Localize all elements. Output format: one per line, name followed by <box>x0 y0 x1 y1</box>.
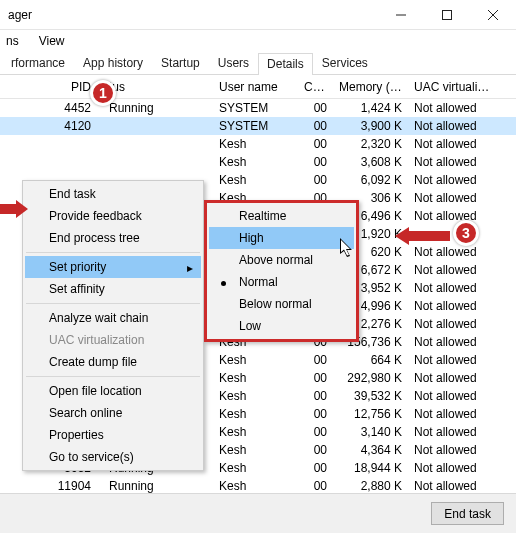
menu-item-provide-feedback[interactable]: Provide feedback <box>25 205 201 227</box>
table-row[interactable]: Kesh003,608 KNot allowed <box>0 153 516 171</box>
annotation-badge-1: 1 <box>90 80 116 106</box>
menu-options[interactable]: ns <box>2 32 23 50</box>
header-cpu[interactable]: CPU <box>298 80 333 94</box>
menu-view[interactable]: View <box>35 32 69 50</box>
minimize-button[interactable] <box>378 0 424 30</box>
menubar: ns View <box>0 30 516 51</box>
svg-rect-1 <box>443 10 452 19</box>
menu-item-go-to-service-s-[interactable]: Go to service(s) <box>25 446 201 468</box>
svg-marker-4 <box>0 200 28 218</box>
table-row[interactable]: 4120SYSTEM003,900 KNot allowed <box>0 117 516 135</box>
table-row[interactable]: 4452RunningSYSTEM001,424 KNot allowed <box>0 99 516 117</box>
tab-strip: rformanceApp historyStartupUsersDetailsS… <box>0 51 516 75</box>
menu-item-properties[interactable]: Properties <box>25 424 201 446</box>
tab-users[interactable]: Users <box>209 52 258 74</box>
menu-item-uac-virtualization: UAC virtualization <box>25 329 201 351</box>
annotation-badge-3: 3 <box>453 220 479 246</box>
window-title: ager <box>0 8 378 22</box>
end-task-button[interactable]: End task <box>431 502 504 525</box>
priority-submenu: RealtimeHighAbove normalNormalBelow norm… <box>204 200 359 342</box>
menu-item-end-task[interactable]: End task <box>25 183 201 205</box>
priority-below-normal[interactable]: Below normal <box>209 293 354 315</box>
tab-app-history[interactable]: App history <box>74 52 152 74</box>
menu-item-open-file-location[interactable]: Open file location <box>25 380 201 402</box>
annotation-arrow-right <box>395 227 450 245</box>
context-menu: End taskProvide feedbackEnd process tree… <box>22 180 204 471</box>
close-button[interactable] <box>470 0 516 30</box>
header-memory[interactable]: Memory (a... <box>333 80 408 94</box>
tab-startup[interactable]: Startup <box>152 52 209 74</box>
priority-high[interactable]: High <box>209 227 354 249</box>
table-row[interactable]: Kesh002,320 KNot allowed <box>0 135 516 153</box>
header-user[interactable]: User name <box>213 80 298 94</box>
annotation-arrow-left <box>0 200 28 218</box>
header-uac[interactable]: UAC virtualizat... <box>408 80 498 94</box>
footer: End task <box>0 493 516 533</box>
titlebar: ager <box>0 0 516 30</box>
menu-item-search-online[interactable]: Search online <box>25 402 201 424</box>
menu-item-analyze-wait-chain[interactable]: Analyze wait chain <box>25 307 201 329</box>
header-status[interactable]: tus <box>103 80 213 94</box>
tab-services[interactable]: Services <box>313 52 377 74</box>
priority-low[interactable]: Low <box>209 315 354 337</box>
menu-item-end-process-tree[interactable]: End process tree <box>25 227 201 249</box>
priority-realtime[interactable]: Realtime <box>209 205 354 227</box>
priority-above-normal[interactable]: Above normal <box>209 249 354 271</box>
tab-details[interactable]: Details <box>258 53 313 75</box>
svg-marker-5 <box>395 227 450 245</box>
menu-item-set-affinity[interactable]: Set affinity <box>25 278 201 300</box>
menu-item-create-dump-file[interactable]: Create dump file <box>25 351 201 373</box>
tab-rformance[interactable]: rformance <box>2 52 74 74</box>
column-headers: PID tus User name CPU Memory (a... UAC v… <box>0 75 516 99</box>
menu-item-set-priority[interactable]: Set priority▸ <box>25 256 201 278</box>
priority-normal[interactable]: Normal <box>209 271 354 293</box>
maximize-button[interactable] <box>424 0 470 30</box>
cursor-icon <box>340 238 358 260</box>
